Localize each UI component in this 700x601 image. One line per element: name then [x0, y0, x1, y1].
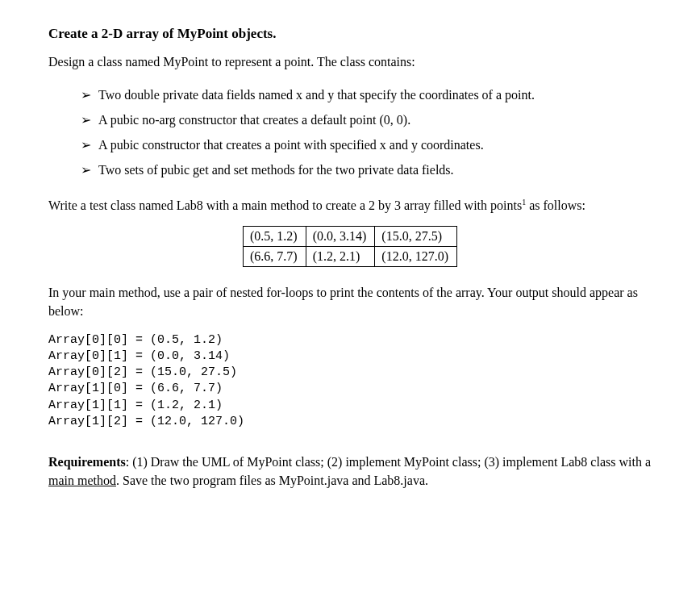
- output-line: Array[0][1] = (0.0, 3.14): [48, 349, 230, 363]
- para1-text-b: as follows:: [526, 198, 585, 212]
- table-cell: (0.5, 1.2): [244, 226, 306, 246]
- output-line: Array[0][2] = (15.0, 27.5): [48, 365, 237, 379]
- table-cell: (0.0, 3.14): [306, 226, 375, 246]
- output-line: Array[0][0] = (0.5, 1.2): [48, 333, 223, 347]
- output-line: Array[1][2] = (12.0, 127.0): [48, 415, 244, 428]
- list-item: A pubic constructor that creates a point…: [81, 136, 652, 154]
- requirements-label: Requirements: [48, 455, 126, 469]
- paragraph-test-class: Write a test class named Lab8 with a mai…: [48, 196, 652, 215]
- table-cell: (15.0, 27.5): [375, 226, 457, 246]
- requirements-paragraph: Requirements: (1) Draw the UML of MyPoin…: [48, 453, 652, 490]
- output-line: Array[1][0] = (6.6, 7.7): [48, 382, 223, 395]
- requirements-text-b: . Save the two program files as MyPoint.…: [116, 474, 428, 487]
- list-item: Two sets of pubic get and set methods fo…: [81, 161, 652, 179]
- list-item: Two double private data fields named x a…: [81, 86, 652, 104]
- intro-text: Design a class named MyPoint to represen…: [48, 52, 652, 71]
- table-row: (6.6, 7.7) (1.2, 2.1) (12.0, 127.0): [244, 246, 457, 266]
- para1-text-a: Write a test class named Lab8 with a mai…: [48, 198, 522, 212]
- page-title: Create a 2-D array of MyPoint objects.: [48, 24, 652, 44]
- paragraph-output-desc: In your main method, use a pair of neste…: [48, 283, 652, 320]
- table-cell: (12.0, 127.0): [375, 246, 457, 266]
- main-method-underline: main method: [48, 474, 116, 487]
- requirements-text-a: : (1) Draw the UML of MyPoint class; (2)…: [126, 455, 651, 469]
- bullet-list: Two double private data fields named x a…: [48, 86, 652, 180]
- points-table: (0.5, 1.2) (0.0, 3.14) (15.0, 27.5) (6.6…: [243, 226, 457, 267]
- table-cell: (6.6, 7.7): [244, 246, 306, 266]
- table-cell: (1.2, 2.1): [306, 246, 375, 266]
- output-line: Array[1][1] = (1.2, 2.1): [48, 399, 223, 412]
- table-row: (0.5, 1.2) (0.0, 3.14) (15.0, 27.5): [244, 226, 457, 246]
- output-block: Array[0][0] = (0.5, 1.2) Array[0][1] = (…: [48, 332, 652, 431]
- list-item: A pubic no-arg constructor that creates …: [81, 111, 652, 129]
